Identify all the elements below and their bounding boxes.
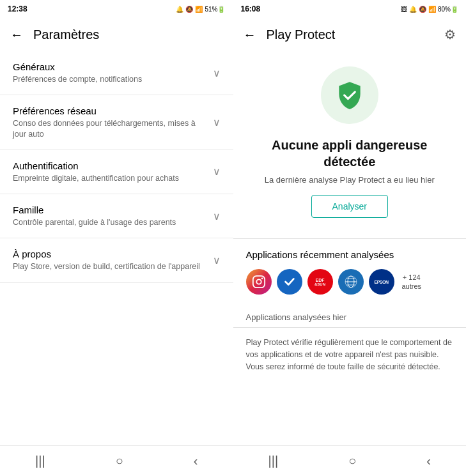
battery-left: 51%🔋 [205, 6, 225, 13]
more-apps-count: + 124 autres [402, 273, 422, 291]
settings-item-reseau[interactable]: Préférences réseau Conso des données pou… [0, 95, 233, 150]
chevron-icon-2: ∨ [213, 165, 221, 178]
app-icon-instagram [246, 269, 272, 295]
back-button-right[interactable]: ← [238, 22, 261, 47]
status-icons-left: 🔔 🔕 📶 51%🔋 [176, 6, 225, 13]
settings-reseau-sub: Conso des données pour téléchargements, … [13, 118, 208, 139]
status-bar-left: 12:38 🔔 🔕 📶 51%🔋 [0, 0, 233, 18]
wifi-icon: 📶 [195, 6, 203, 13]
settings-item-famille[interactable]: Famille Contrôle parental, guide à l'usa… [0, 194, 233, 238]
time-right: 16:08 [241, 4, 261, 13]
status-icons-right: 🖼 🔔 🔕 📶 80%🔋 [401, 6, 458, 13]
shield-circle [321, 66, 378, 124]
svg-point-1 [256, 279, 261, 284]
mute-icon-r: 🔕 [419, 6, 426, 13]
app-icon-tasker [277, 269, 302, 295]
settings-apropos-title: À propos [13, 249, 208, 259]
settings-auth-title: Authentification [13, 160, 208, 171]
settings-screen: 12:38 🔔 🔕 📶 51%🔋 ← Paramètres Généraux P… [0, 0, 233, 476]
settings-famille-sub: Contrôle parental, guide à l'usage des p… [13, 217, 208, 227]
settings-item-auth[interactable]: Authentification Empreinte digitale, aut… [0, 150, 233, 194]
page-title-left: Paramètres [33, 27, 228, 42]
play-protect-content: Aucune appli dangereuse détectée La dern… [233, 51, 467, 445]
settings-apropos-sub: Play Store, version de build, certificat… [13, 261, 208, 272]
analyzed-yesterday-label: Applications analysées hier [233, 307, 467, 328]
svg-rect-0 [252, 276, 264, 288]
recently-analyzed-title: Applications récemment analysées [246, 249, 454, 260]
chevron-icon-1: ∨ [213, 116, 221, 128]
settings-auth-sub: Empreinte digitale, authentification pou… [13, 173, 208, 183]
no-threat-subtitle: La dernière analyse Play Protect a eu li… [265, 175, 435, 185]
settings-item-apropos[interactable]: À propos Play Store, version de build, c… [0, 238, 233, 282]
top-bar-right: ← Play Protect ⚙ [233, 18, 467, 51]
back-nav-button-left[interactable]: ‹ [183, 449, 208, 473]
home-button-right[interactable]: ○ [338, 449, 366, 473]
play-protect-screen: 16:08 🖼 🔔 🔕 📶 80%🔋 ← Play Protect ⚙ Aucu… [233, 0, 467, 476]
shield-section: Aucune appli dangereuse détectée La dern… [233, 51, 467, 238]
analyze-button[interactable]: Analyser [311, 195, 388, 218]
svg-point-2 [261, 278, 263, 280]
home-button-left[interactable]: ○ [105, 449, 134, 473]
chevron-icon-0: ∨ [213, 67, 221, 79]
battery-right: 80%🔋 [438, 6, 458, 13]
recent-apps-button-left[interactable]: ||| [25, 449, 56, 473]
time-left: 12:38 [8, 4, 27, 13]
back-nav-button-right[interactable]: ‹ [416, 449, 441, 473]
recent-apps-button-right[interactable]: ||| [258, 449, 289, 473]
bottom-nav-right: ||| ○ ‹ [233, 445, 467, 476]
wifi-icon-r: 📶 [428, 6, 436, 13]
status-bar-right: 16:08 🖼 🔔 🔕 📶 80%🔋 [233, 0, 467, 18]
back-button-left[interactable]: ← [5, 22, 28, 47]
alarm-icon: 🔔 [176, 6, 183, 13]
bottom-nav-left: ||| ○ ‹ [0, 445, 233, 476]
alarm-icon-r: 🔔 [409, 6, 417, 13]
recently-analyzed-section: Applications récemment analysées [233, 239, 467, 307]
shield-checkmark-icon [334, 79, 366, 111]
settings-reseau-title: Préférences réseau [13, 105, 208, 116]
settings-generaux-sub: Préférences de compte, notifications [13, 74, 208, 84]
chevron-icon-3: ∨ [213, 210, 221, 222]
settings-famille-title: Famille [13, 204, 208, 215]
settings-generaux-title: Généraux [13, 61, 208, 72]
app-icon-earth [338, 269, 364, 295]
play-protect-info-text: Play Protect vérifie régulièrement que l… [233, 328, 467, 381]
top-bar-left: ← Paramètres [0, 18, 233, 51]
settings-list: Généraux Préférences de compte, notifica… [0, 51, 233, 445]
no-threat-title: Aucune appli dangereuse détectée [246, 137, 454, 170]
mute-icon: 🔕 [185, 6, 193, 13]
app-icon-edf: EDF &SUN [307, 269, 333, 295]
page-title-right: Play Protect [267, 27, 435, 42]
gallery-icon: 🖼 [401, 6, 407, 13]
settings-icon-right[interactable]: ⚙ [439, 22, 461, 47]
settings-item-generaux[interactable]: Généraux Préférences de compte, notifica… [0, 51, 233, 95]
app-icon-epson: EPSON [369, 269, 394, 295]
chevron-icon-4: ∨ [213, 254, 221, 266]
app-icons-row: EDF &SUN EPSON [246, 269, 454, 295]
